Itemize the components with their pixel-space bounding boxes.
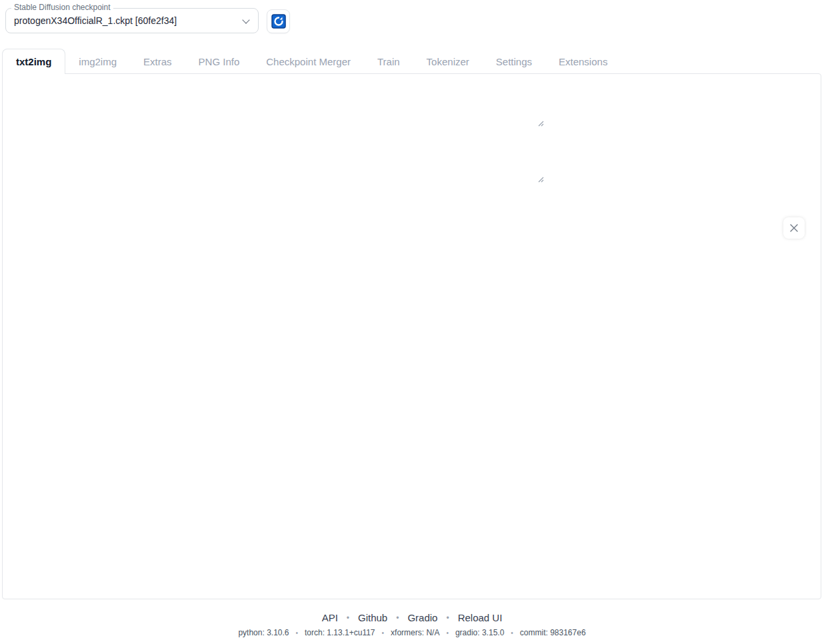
bullet-separator: • bbox=[296, 629, 299, 637]
chevron-down-icon bbox=[242, 16, 249, 23]
close-preview-button[interactable] bbox=[783, 217, 805, 239]
tab-img2img[interactable]: img2img bbox=[65, 50, 130, 74]
torch-version: torch: 1.13.1+cu117 bbox=[305, 628, 375, 637]
footer-link-github[interactable]: Github bbox=[358, 612, 387, 623]
refresh-checkpoints-button[interactable] bbox=[267, 9, 290, 33]
tab-tokenizer[interactable]: Tokenizer bbox=[413, 50, 483, 74]
tab-extras[interactable]: Extras bbox=[130, 50, 185, 74]
footer-link-reload-ui[interactable]: Reload UI bbox=[458, 612, 503, 623]
bullet-separator: • bbox=[446, 613, 449, 623]
tab-png-info[interactable]: PNG Info bbox=[185, 50, 253, 74]
checkpoint-value: protogenX34OfficialR_1.ckpt [60fe2f34] bbox=[14, 9, 177, 33]
footer-link-gradio[interactable]: Gradio bbox=[407, 612, 437, 623]
tab-settings[interactable]: Settings bbox=[483, 50, 545, 74]
main-tabs: txt2img img2img Extras PNG Info Checkpoi… bbox=[2, 49, 621, 74]
commit-hash: commit: 983167e6 bbox=[520, 628, 586, 637]
bullet-separator: • bbox=[446, 629, 449, 637]
bullet-separator: • bbox=[396, 613, 399, 623]
xformers-version: xformers: N/A bbox=[391, 628, 439, 637]
sd-webui-page: Stable Diffusion checkpoint protogenX34O… bbox=[0, 0, 824, 644]
txt2img-panel bbox=[2, 73, 821, 599]
bullet-separator: • bbox=[347, 613, 349, 623]
resize-handle[interactable] bbox=[537, 176, 544, 183]
tab-extensions[interactable]: Extensions bbox=[545, 50, 621, 74]
checkpoint-dropdown[interactable]: Stable Diffusion checkpoint protogenX34O… bbox=[5, 8, 259, 33]
python-version: python: 3.10.6 bbox=[238, 628, 289, 637]
footer-versions: python: 3.10.6 • torch: 1.13.1+cu117 • x… bbox=[0, 628, 824, 637]
tab-train[interactable]: Train bbox=[364, 50, 413, 74]
tab-txt2img[interactable]: txt2img bbox=[2, 49, 65, 74]
footer-link-api[interactable]: API bbox=[322, 612, 338, 623]
gradio-version: gradio: 3.15.0 bbox=[455, 628, 504, 637]
close-icon bbox=[789, 223, 799, 233]
footer-links: API • Github • Gradio • Reload UI bbox=[0, 612, 824, 623]
bullet-separator: • bbox=[382, 629, 385, 637]
bullet-separator: • bbox=[511, 629, 513, 637]
resize-handle[interactable] bbox=[537, 120, 544, 127]
refresh-icon bbox=[271, 14, 286, 29]
tab-checkpoint-merger[interactable]: Checkpoint Merger bbox=[253, 50, 364, 74]
